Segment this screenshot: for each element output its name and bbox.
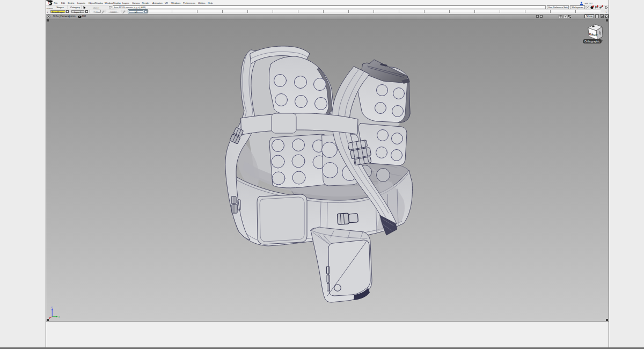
svg-text:y: y	[58, 316, 60, 318]
svg-text:z: z	[52, 306, 53, 308]
